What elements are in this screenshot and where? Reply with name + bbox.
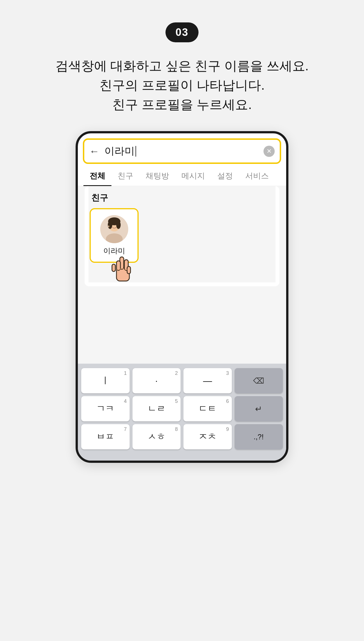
key-number-1: 1	[124, 370, 127, 376]
svg-rect-10	[116, 261, 120, 270]
key-number-7: 7	[124, 426, 127, 432]
tab-services[interactable]: 서비스	[239, 166, 275, 186]
phone-frame: ← 이라미 ✕ 전체 친구 채팅방 메시지 설정 서비스 친구	[76, 131, 288, 463]
key-number-6: 6	[226, 398, 229, 404]
key-number-3: 3	[226, 370, 229, 376]
keyboard-row-1: 1 ㅣ 2 · 3 — ⌫	[81, 368, 283, 393]
delete-icon: ⌫	[253, 376, 264, 385]
key-1[interactable]: 1 ㅣ	[81, 368, 130, 393]
back-button[interactable]: ←	[89, 146, 99, 156]
tabs-row: 전체 친구 채팅방 메시지 설정 서비스	[78, 166, 286, 186]
clear-button[interactable]: ✕	[263, 146, 275, 157]
key-char-5: ㄴㄹ	[148, 403, 165, 415]
svg-rect-11	[112, 264, 115, 271]
svg-rect-12	[127, 266, 130, 274]
search-input[interactable]: 이라미	[104, 144, 258, 158]
text-cursor	[136, 146, 136, 157]
friend-avatar	[100, 215, 128, 243]
empty-space	[83, 291, 281, 358]
description-line1: 검색창에 대화하고 싶은 친구 이름을 쓰세요.	[55, 56, 309, 76]
key-delete[interactable]: ⌫	[235, 368, 283, 393]
description-line3: 친구 프로필을 누르세요.	[55, 95, 309, 114]
clear-icon: ✕	[267, 148, 272, 155]
key-char-6: ㄷㅌ	[199, 403, 216, 415]
search-results: 친구	[85, 186, 279, 286]
key-char-7: ㅂㅍ	[96, 431, 114, 443]
key-punct[interactable]: .,?!	[235, 424, 283, 449]
key-char-3: —	[203, 376, 212, 386]
tab-settings[interactable]: 설정	[211, 166, 239, 186]
key-enter[interactable]: ↵	[235, 396, 283, 421]
key-number-8: 8	[175, 426, 178, 432]
friends-grid: 이라미	[88, 208, 276, 282]
key-4[interactable]: 4 ㄱㅋ	[81, 396, 130, 421]
key-number-2: 2	[175, 370, 178, 376]
keyboard-row-2: 4 ㄱㅋ 5 ㄴㄹ 6 ㄷㅌ ↵	[81, 396, 283, 421]
keyboard-row-3: 7 ㅂㅍ 8 ㅅㅎ 9 ㅈㅊ .,?!	[81, 424, 283, 449]
key-6[interactable]: 6 ㄷㅌ	[183, 396, 232, 421]
description: 검색창에 대화하고 싶은 친구 이름을 쓰세요. 친구의 프로필이 나타납니다.…	[55, 56, 309, 114]
tab-chatrooms[interactable]: 채팅방	[139, 166, 175, 186]
key-number-5: 5	[175, 398, 178, 404]
key-char-9: ㅈㅊ	[199, 431, 216, 443]
svg-point-4	[108, 221, 112, 229]
friend-card[interactable]: 이라미	[90, 208, 139, 263]
description-line2: 친구의 프로필이 나타납니다.	[55, 76, 309, 95]
search-query-text: 이라미	[104, 144, 135, 158]
tab-all[interactable]: 전체	[83, 166, 111, 186]
step-badge: 03	[165, 22, 199, 42]
svg-point-5	[116, 221, 121, 229]
key-5[interactable]: 5 ㄴㄹ	[132, 396, 181, 421]
key-9[interactable]: 9 ㅈㅊ	[183, 424, 232, 449]
key-number-9: 9	[226, 426, 229, 432]
content-area: 친구	[78, 186, 286, 364]
avatar-image	[100, 215, 128, 243]
key-8[interactable]: 8 ㅅㅎ	[132, 424, 181, 449]
keyboard-area: 1 ㅣ 2 · 3 — ⌫ 4 ㄱㅋ 5 ㄴㄹ	[78, 364, 286, 461]
tab-messages[interactable]: 메시지	[175, 166, 211, 186]
key-number-4: 4	[124, 398, 127, 404]
key-char-8: ㅅㅎ	[148, 431, 165, 443]
key-char-4: ㄱㅋ	[96, 403, 114, 415]
key-3[interactable]: 3 —	[183, 368, 232, 393]
tab-friends[interactable]: 친구	[111, 166, 139, 186]
search-bar-wrapper: ← 이라미 ✕	[83, 138, 281, 164]
key-2[interactable]: 2 ·	[132, 368, 181, 393]
enter-icon: ↵	[255, 404, 262, 414]
friend-name: 이라미	[103, 246, 125, 256]
punct-icon: .,?!	[254, 433, 264, 441]
hand-cursor-icon	[110, 255, 133, 280]
svg-point-6	[108, 226, 109, 227]
key-char-2: ·	[155, 376, 158, 386]
section-title: 친구	[88, 186, 276, 208]
key-7[interactable]: 7 ㅂㅍ	[81, 424, 130, 449]
key-char-1: ㅣ	[101, 375, 110, 387]
